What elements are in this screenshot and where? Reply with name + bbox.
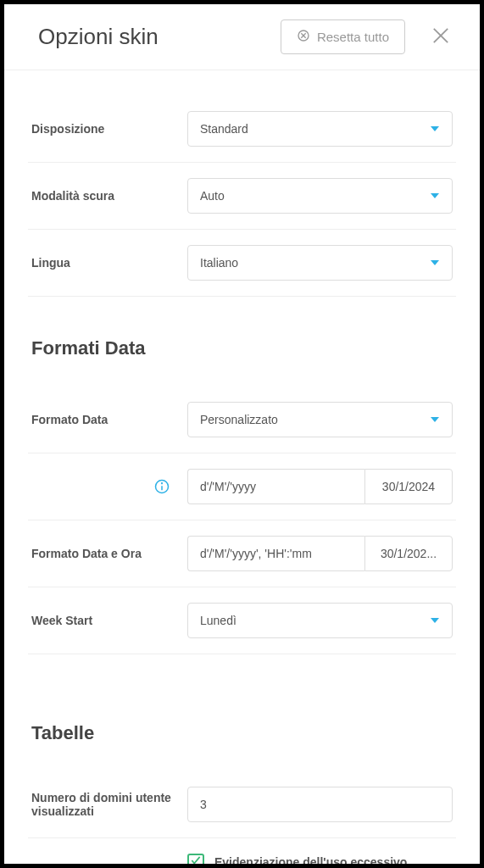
close-button[interactable] <box>426 20 456 54</box>
date-formats-heading: Formati Data <box>28 337 456 359</box>
chevron-down-icon <box>430 124 440 134</box>
layout-label: Disposizione <box>31 122 177 136</box>
svg-marker-6 <box>431 193 439 198</box>
dateformat-custom-input[interactable]: d'/'M'/'yyyy <box>187 469 364 504</box>
darkmode-value: Auto <box>200 189 225 203</box>
dateformat-select[interactable]: Personalizzato <box>187 402 453 437</box>
dateformat-preview: 30/1/2024 <box>364 469 453 504</box>
reset-icon <box>297 29 310 45</box>
chevron-down-icon <box>430 615 440 626</box>
domains-input[interactable]: 3 <box>187 787 453 822</box>
chevron-down-icon <box>430 191 440 201</box>
dateformat-custom-value: d'/'M'/'yyyy <box>200 480 256 493</box>
info-icon[interactable] <box>153 478 170 495</box>
reset-all-button[interactable]: Resetta tutto <box>281 19 405 54</box>
page-title: Opzioni skin <box>38 24 159 50</box>
chevron-down-icon <box>430 415 440 425</box>
darkmode-label: Modalità scura <box>31 189 177 203</box>
reset-label: Resetta tutto <box>317 30 389 44</box>
layout-value: Standard <box>200 122 248 136</box>
close-icon <box>429 36 453 50</box>
domains-label: Numero di domini utente visualizzati <box>31 791 177 818</box>
check-icon <box>190 854 202 868</box>
darkmode-select[interactable]: Auto <box>187 178 453 214</box>
svg-marker-5 <box>431 126 439 131</box>
datetimeformat-value: d'/'M'/'yyyy', 'HH':'mm <box>200 547 312 560</box>
weekstart-select[interactable]: Lunedì <box>187 603 453 638</box>
svg-point-11 <box>162 483 163 484</box>
language-select[interactable]: Italiano <box>187 245 453 281</box>
datetimeformat-preview: 30/1/202... <box>364 536 453 571</box>
weekstart-value: Lunedì <box>200 614 236 627</box>
datetimeformat-input[interactable]: d'/'M'/'yyyy', 'HH':'mm <box>187 536 364 571</box>
svg-marker-12 <box>431 618 439 623</box>
highlight-label: Evidenziazione dell'uso eccessivo <box>214 855 407 868</box>
highlight-checkbox[interactable] <box>187 854 204 868</box>
dateformat-label: Formato Data <box>31 413 177 426</box>
datetimeformat-label: Formato Data e Ora <box>31 547 177 560</box>
tables-heading: Tabelle <box>28 722 456 744</box>
language-value: Italiano <box>200 256 238 270</box>
language-label: Lingua <box>31 256 177 270</box>
dateformat-value: Personalizzato <box>200 413 278 426</box>
svg-marker-8 <box>431 417 439 422</box>
weekstart-label: Week Start <box>31 614 177 627</box>
layout-select[interactable]: Standard <box>187 111 453 147</box>
domains-value: 3 <box>200 798 207 811</box>
chevron-down-icon <box>430 258 440 268</box>
svg-marker-7 <box>431 260 439 265</box>
